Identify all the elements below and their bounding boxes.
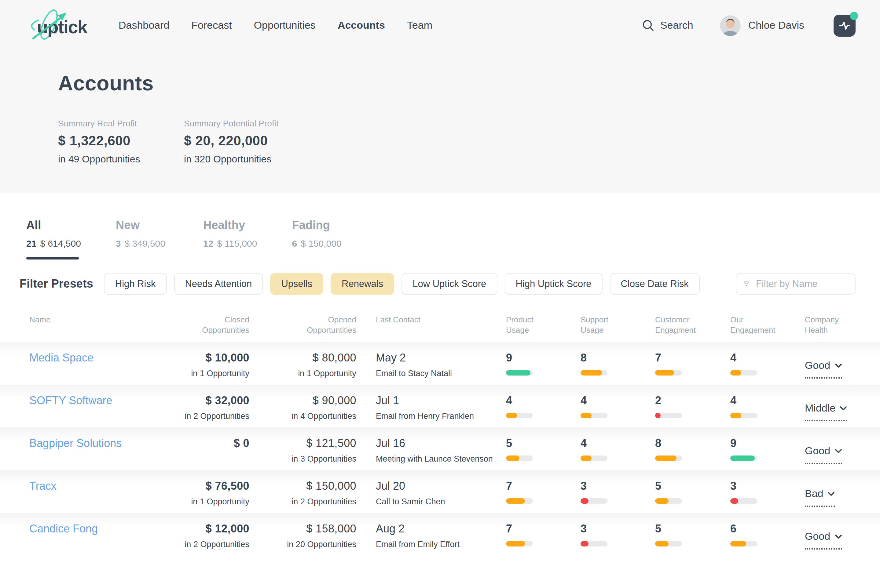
stat-sub: in 49 Opportunities	[58, 154, 184, 165]
closed-amount: $ 0	[170, 436, 249, 451]
our-engagement-cell: 4	[730, 393, 805, 428]
last-contact-activity: Email from Henry Franklen	[376, 411, 506, 421]
account-name-link[interactable]: Media Space	[29, 352, 93, 364]
tab-amount: $ 115,000	[217, 238, 257, 249]
preset-upsells[interactable]: Upsells	[270, 273, 323, 295]
tab-new[interactable]: New3$ 349,500	[116, 219, 168, 260]
score-bar-fill	[581, 498, 588, 504]
support-usage-cell: 3	[581, 479, 655, 513]
opened-amount: $ 80,000	[249, 351, 356, 365]
last-contact-cell: Aug 2Email from Emily Effort	[356, 522, 506, 556]
brand-logo[interactable]: uptick	[28, 8, 94, 44]
company-health-value: Middle	[805, 402, 835, 415]
tab-fading[interactable]: Fading6$ 150,000	[292, 219, 344, 260]
score-bar-fill	[655, 413, 660, 418]
product-usage-cell: 5	[506, 436, 581, 470]
last-contact-activity: Call to Samir Chen	[376, 496, 506, 507]
preset-high-uptick-score[interactable]: High Uptick Score	[504, 273, 602, 295]
user-menu[interactable]: Chloe Davis	[720, 15, 804, 36]
filter-by-name-field[interactable]	[736, 273, 856, 295]
our-engagement-cell: 6	[730, 522, 805, 556]
account-name-link[interactable]: Candice Fong	[29, 523, 98, 535]
score-bar-fill	[730, 498, 738, 504]
preset-needs-attention[interactable]: Needs Attention	[174, 273, 263, 295]
score-value: 5	[655, 522, 730, 536]
name-cell: Media Space	[29, 351, 170, 385]
logo-orbit-icon: uptick	[28, 8, 94, 44]
chevron-down-icon	[835, 449, 842, 454]
tab-amount: $ 150,000	[301, 238, 341, 249]
score-bar-track	[655, 370, 682, 375]
last-contact-activity: Meeting with Launce Stevenson	[376, 454, 506, 464]
table-row: Tracx$ 76,500in 1 Opportunity$ 150,000in…	[0, 470, 880, 513]
preset-high-risk[interactable]: High Risk	[104, 273, 167, 295]
company-health-dropdown[interactable]: Middle	[805, 402, 847, 421]
tab-healthy[interactable]: Healthy12$ 115,000	[203, 219, 257, 260]
nav-item-team[interactable]: Team	[407, 20, 432, 32]
customer-engagement-cell: 7	[655, 351, 730, 385]
our-engagement-cell: 3	[730, 479, 805, 513]
company-health-dropdown[interactable]: Good	[805, 530, 842, 549]
search-icon	[642, 20, 655, 32]
search-button[interactable]: Search	[642, 20, 693, 32]
customer-engagement-cell: 5	[655, 479, 730, 513]
tab-counts: 12$ 115,000	[203, 238, 257, 249]
opened-sub: in 4 Opportunities	[249, 411, 356, 421]
score-bar-fill	[655, 456, 677, 461]
nav-item-dashboard[interactable]: Dashboard	[119, 20, 169, 32]
tab-count: 21	[26, 238, 36, 249]
nav-item-accounts[interactable]: Accounts	[338, 20, 385, 32]
tab-all[interactable]: All21$ 614,500	[26, 219, 81, 260]
closed-amount: $ 32,000	[170, 393, 249, 408]
tab-active-underline	[26, 257, 79, 260]
tab-count: 3	[116, 238, 121, 249]
stat-potential-profit: Summary Potential Profit $ 20, 220,000 i…	[184, 118, 279, 165]
filter-presets-bar: Filter Presets High RiskNeeds AttentionU…	[20, 273, 880, 295]
funnel-icon	[744, 279, 749, 289]
last-contact-cell: Jul 1Email from Henry Franklen	[356, 393, 506, 428]
activity-button[interactable]	[833, 15, 856, 37]
account-name-link[interactable]: SOFTY Software	[29, 394, 112, 406]
company-health-dropdown[interactable]: Bad	[805, 487, 835, 507]
preset-low-uptick-score[interactable]: Low Uptick Score	[402, 273, 497, 295]
tab-label: Healthy	[203, 219, 257, 232]
company-health-dropdown[interactable]: Good	[805, 444, 842, 464]
account-name-link[interactable]: Tracx	[29, 480, 57, 492]
customer-engagement-cell: 5	[655, 522, 730, 556]
preset-renewals[interactable]: Renewals	[331, 273, 394, 295]
opened-opportunities-cell: $ 158,000in 20 Opportunities	[249, 522, 356, 556]
score-value: 3	[581, 522, 655, 536]
last-contact-activity: Email to Stacy Natali	[376, 368, 506, 379]
chevron-down-icon	[835, 534, 842, 539]
score-bar-track	[655, 413, 682, 418]
score-bar-fill	[655, 498, 669, 504]
name-cell: Tracx	[29, 479, 170, 513]
score-bar-track	[730, 541, 757, 546]
score-bar-track	[730, 498, 757, 504]
score-bar-fill	[506, 456, 519, 461]
score-bar-track	[506, 370, 533, 375]
score-bar-track	[730, 370, 757, 375]
nav-item-forecast[interactable]: Forecast	[191, 20, 232, 32]
tab-amount: $ 349,500	[125, 238, 165, 249]
score-bar-track	[506, 541, 533, 546]
preset-close-date-risk[interactable]: Close Date Risk	[609, 273, 699, 295]
closed-opportunities-cell: $ 32,000in 2 Opportunities	[170, 393, 249, 428]
topbar-right: Search Chloe Davis	[642, 15, 856, 37]
account-name-link[interactable]: Bagpiper Solutions	[29, 437, 122, 449]
stat-value: $ 20, 220,000	[184, 133, 279, 149]
score-bar-track	[730, 456, 757, 461]
column-header-name: Name	[29, 315, 170, 335]
company-health-cell: Good	[805, 436, 856, 470]
score-bar-fill	[655, 370, 674, 375]
score-bar-track	[581, 370, 608, 375]
closed-opportunities-cell: $ 10,000in 1 Opportunity	[170, 351, 249, 385]
company-health-cell: Bad	[805, 479, 856, 513]
nav-item-opportunities[interactable]: Opportunities	[254, 20, 316, 32]
column-header-closed-opportunities: ClosedOpportunities	[170, 315, 249, 335]
score-bar-fill	[655, 541, 669, 546]
filter-by-name-input[interactable]	[755, 278, 849, 290]
company-health-dropdown[interactable]: Good	[805, 359, 842, 379]
customer-engagement-cell: 8	[655, 436, 730, 470]
opened-amount: $ 121,500	[249, 436, 356, 451]
